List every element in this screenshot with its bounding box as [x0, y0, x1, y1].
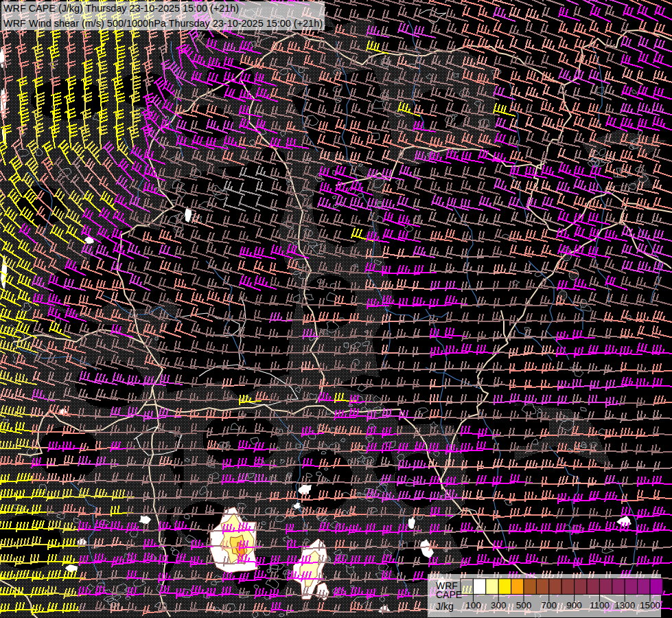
svg-text:WRF Wind shear (m/s) 500/1000h: WRF Wind shear (m/s) 500/1000hPa Thursda…	[3, 17, 323, 29]
svg-text:CAPE: CAPE	[436, 589, 462, 600]
svg-text:WRF CAPE (J/kg) Thursday 23-10: WRF CAPE (J/kg) Thursday 23-10-2025 15:0…	[3, 2, 239, 14]
svg-text:700: 700	[542, 600, 557, 610]
svg-text:1100: 1100	[590, 600, 610, 610]
svg-text:J/kg: J/kg	[436, 601, 454, 612]
svg-text:300: 300	[491, 600, 507, 610]
svg-text:1300: 1300	[614, 600, 635, 610]
svg-text:100: 100	[465, 600, 481, 610]
svg-text:500: 500	[516, 600, 532, 610]
svg-text:1500: 1500	[640, 600, 660, 610]
svg-text:900: 900	[566, 600, 582, 610]
